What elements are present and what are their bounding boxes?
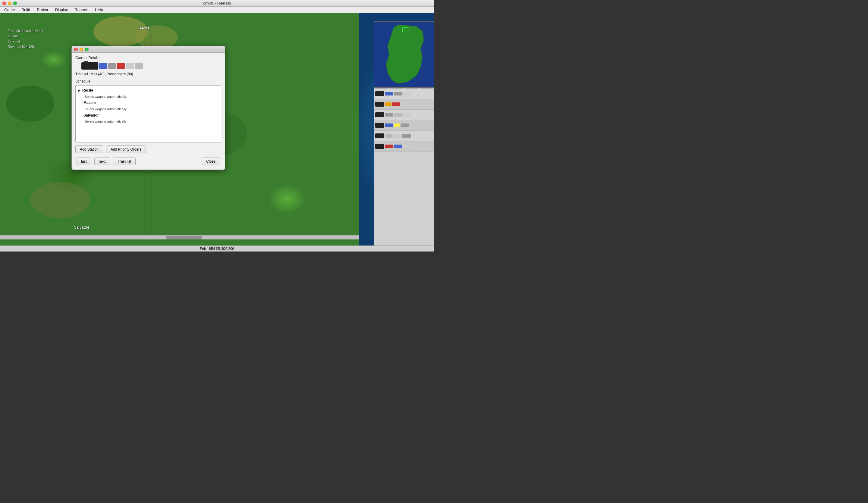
ocean-area xyxy=(359,13,434,245)
nav-buttons: last next Train list Close xyxy=(75,158,221,165)
train-list-item[interactable] xyxy=(374,120,434,131)
schedule-row-maceio: Maceio xyxy=(78,100,218,106)
schedule-city-maceio: Maceio xyxy=(83,100,96,106)
wagon-icon-silver xyxy=(135,63,143,69)
modal-content: Current Details Train #1: Mail (40); Pas… xyxy=(72,53,225,170)
horizontal-scrollbar[interactable] xyxy=(0,235,359,240)
train-loco-icon xyxy=(375,144,384,149)
schedule-row-recife: ▶ Recife xyxy=(78,87,218,94)
notification-line4: Revenue $24,129 xyxy=(8,44,43,50)
wagon-light xyxy=(402,145,411,148)
schedule-heading: Schedule xyxy=(75,79,221,83)
close-window-button[interactable] xyxy=(2,1,6,5)
wagon-silver xyxy=(394,113,402,117)
add-station-button[interactable]: Add Station xyxy=(75,146,103,153)
minimize-window-button[interactable] xyxy=(8,1,11,5)
train-loco-icon xyxy=(375,91,384,96)
train-loco-icon xyxy=(375,112,384,117)
wagon-gray xyxy=(402,134,411,138)
wagon-silver xyxy=(385,134,393,138)
city-label-recife: Recife xyxy=(138,26,149,30)
add-priority-orders-button[interactable]: Add Priority Orders xyxy=(106,146,146,153)
menu-reports[interactable]: Reports xyxy=(71,7,91,13)
status-text: Feb 1854 $5,302,206 xyxy=(200,247,234,251)
schedule-list[interactable]: ▶ Recife Select wagons automatically Mac… xyxy=(75,85,221,143)
maximize-window-button[interactable] xyxy=(13,1,17,5)
schedule-row-salvador: Salvador xyxy=(78,112,218,119)
menu-bar: Game Build Broker Display Reports Help xyxy=(0,7,434,13)
menu-broker[interactable]: Broker xyxy=(34,7,51,13)
wagon-icon-red xyxy=(117,63,125,69)
schedule-sub-maceio: Select wagons automatically xyxy=(85,106,218,112)
wagon-blue xyxy=(394,145,402,148)
wagon-icon-blue xyxy=(99,63,107,69)
close-button-wrap: Close xyxy=(202,158,220,165)
train-loco-icon xyxy=(375,134,384,138)
train-loco-icon xyxy=(375,102,384,107)
train-list-item[interactable] xyxy=(374,99,434,109)
train-list-panel[interactable] xyxy=(374,88,434,245)
wagon-light xyxy=(402,92,411,95)
svg-point-2 xyxy=(30,182,90,218)
city-label-salvador: Salvador xyxy=(74,225,90,230)
minimap-svg xyxy=(374,22,434,88)
window-controls xyxy=(2,1,17,5)
modal-close-button[interactable] xyxy=(74,48,78,51)
locomotive-icon xyxy=(81,62,98,70)
close-button[interactable]: Close xyxy=(202,158,220,165)
wagon-red xyxy=(392,102,400,106)
menu-display[interactable]: Display xyxy=(52,7,71,13)
status-bar: Feb 1854 $5,302,206 xyxy=(0,245,434,251)
train-list-item[interactable] xyxy=(374,88,434,99)
train-list-item[interactable] xyxy=(374,131,434,141)
menu-build[interactable]: Build xyxy=(18,7,33,13)
schedule-city-salvador: Salvador xyxy=(83,112,99,119)
train-list-item[interactable] xyxy=(374,141,434,152)
train-details-dialog: Current Details Train #1: Mail (40); Pas… xyxy=(71,46,225,170)
wagon-icon-light xyxy=(126,63,134,69)
wagon-blue xyxy=(385,92,393,95)
menu-help[interactable]: Help xyxy=(92,7,106,13)
wagon-gray xyxy=(385,113,393,117)
train-info: Train #1: Mail (40); Passengers (80). xyxy=(75,72,221,76)
wagon-light xyxy=(402,113,411,117)
modal-minimize-button[interactable] xyxy=(80,48,83,51)
notification-panel: Train #6 arrives at Natal 80 Mail 27 Foo… xyxy=(8,28,43,49)
notification-line1: Train #6 arrives at Natal xyxy=(8,28,43,34)
wagon-blue xyxy=(385,124,393,127)
nav-buttons-left: last next Train list xyxy=(76,158,136,165)
wagon-light xyxy=(401,102,409,106)
wagon-gray xyxy=(401,124,409,127)
menu-game[interactable]: Game xyxy=(1,7,18,13)
notification-line3: 27 Food xyxy=(8,39,43,44)
schedule-arrow-icon: ▶ xyxy=(78,88,81,94)
wagon-yellow xyxy=(394,124,400,127)
title-bar: cymric - Freerails xyxy=(0,0,434,7)
wagon-gray xyxy=(394,92,402,95)
schedule-city-recife: Recife xyxy=(82,87,93,94)
train-list-item[interactable] xyxy=(374,109,434,120)
train-graphic xyxy=(81,62,221,70)
schedule-sub-recife: Select wagons automatically xyxy=(85,94,218,100)
train-list-button[interactable]: Train list xyxy=(113,158,136,165)
minimap[interactable] xyxy=(374,21,434,88)
schedule-buttons: Add Station Add Priority Orders xyxy=(75,146,221,153)
wagon-icon-gray xyxy=(107,63,116,69)
scrollbar-thumb[interactable] xyxy=(166,236,202,240)
modal-maximize-button[interactable] xyxy=(85,48,89,51)
window-title: cymric - Freerails xyxy=(203,1,231,6)
game-area: Train #6 arrives at Natal 80 Mail 27 Foo… xyxy=(0,13,434,245)
schedule-sub-salvador: Select wagons automatically xyxy=(85,119,218,125)
next-button[interactable]: next xyxy=(94,158,110,165)
last-button[interactable]: last xyxy=(76,158,91,165)
current-details-heading: Current Details xyxy=(75,56,221,60)
notification-line2: 80 Mail xyxy=(8,34,43,39)
wagon-orange xyxy=(385,102,392,106)
train-loco-icon xyxy=(375,123,384,128)
svg-point-3 xyxy=(6,85,54,122)
wagon-light xyxy=(394,134,402,138)
wagon-red xyxy=(385,145,393,148)
modal-title-bar xyxy=(72,46,225,53)
